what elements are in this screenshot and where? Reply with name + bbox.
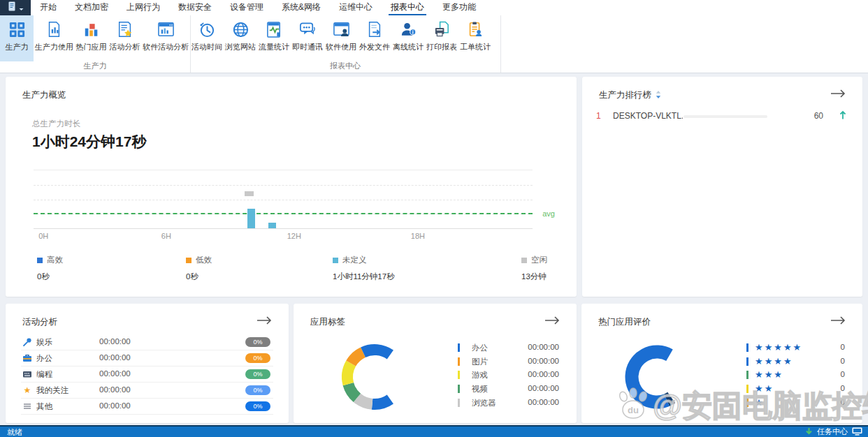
legend-item-undefined[interactable]: 未定义 1小时11分钟17秒 [333,253,395,282]
menu-tabs: 开始 文档加密 上网行为 数据安全 设备管理 系统&网络 运维中心 报表中心 更… [31,0,485,15]
monitor-icon[interactable] [852,427,862,437]
activity-row-office[interactable]: 办公 00:00:00 0% [21,350,273,366]
ribbon-button-activity-analysis[interactable]: 活动分析 [108,15,142,61]
legend-row-video[interactable]: 视频 00:00:00 [294,383,577,397]
ribbon-button-traffic-stats[interactable]: 流量统计 [257,15,291,61]
stars-1: ★ [755,397,765,408]
ribbon-button-productivity-usage[interactable]: 生产力使用 [34,15,75,61]
document-icon [8,1,17,14]
rating-count: 0 [841,384,845,392]
window-wave-icon [264,19,284,40]
legend-label: 低效 [196,255,212,264]
tab-more-features[interactable]: 更多功能 [433,0,485,15]
total-productivity-label: 总生产力时长 [32,119,80,129]
arrow-right-icon[interactable] [544,315,560,327]
task-center-button[interactable]: 任务中心 [817,427,848,437]
activity-label: 我的关注 [36,385,68,396]
app-menu-button[interactable] [0,0,31,15]
tab-doc-encryption[interactable]: 文档加密 [66,0,117,15]
panel-activity-analysis: 活动分析 娱乐 00:00:00 0% 办公 00:00:00 0% 编程 [6,304,289,423]
legend-label: 游戏 [472,370,488,380]
rating-row-2-stars[interactable]: ★★ 0 [581,383,862,397]
panel-title: 生产力概览 [22,89,66,101]
chevron-down-icon [19,1,24,14]
panel-productivity-ranking: 生产力排行榜 1 DESKTOP-VLKTL... 60 [582,77,862,297]
legend-row-browser[interactable]: 浏览器 00:00:00 [294,397,577,411]
ribbon-button-productivity[interactable]: 生产力 [0,15,34,61]
legend-row-office[interactable]: 办公 00:00:00 [294,342,577,356]
legend-row-games[interactable]: 游戏 00:00:00 [294,369,577,383]
legend-swatch [186,258,191,263]
window-user-icon [331,19,351,40]
ribbon-button-print-report[interactable]: 打印报表 [425,15,458,61]
stars-4: ★★★★ [755,356,793,366]
avg-line [34,213,533,214]
chart-bar [247,209,255,228]
rating-row-5-stars[interactable]: ★★★★★ 0 [581,342,862,356]
ribbon-button-offline-stats[interactable]: 离线统计 [391,15,425,61]
legend-label: 视频 [472,384,488,394]
legend-time: 00:00:00 [528,343,559,351]
legend-tick [746,399,748,407]
tab-device-management[interactable]: 设备管理 [221,0,273,15]
arrow-right-icon[interactable] [256,315,272,327]
percent-badge: 0% [245,401,270,411]
tab-ops-center[interactable]: 运维中心 [330,0,382,15]
menu-bar: 开始 文档加密 上网行为 数据安全 设备管理 系统&网络 运维中心 报表中心 更… [0,0,868,15]
legend-label: 浏览器 [472,398,496,408]
gridline [34,200,533,200]
arrow-right-icon[interactable] [830,88,846,101]
ribbon-button-activity-time[interactable]: 活动时间 [190,15,224,61]
activity-row-entertainment[interactable]: 娱乐 00:00:00 0% [21,334,273,350]
legend-tick [746,371,748,379]
rating-row-1-star[interactable]: ★ 0 [581,397,862,411]
rating-count: 0 [841,343,845,351]
star-icon: ★ [22,385,32,395]
tab-report-center[interactable]: 报表中心 [382,0,433,15]
ribbon-button-outgoing-files[interactable]: 外发文件 [358,15,391,61]
sort-icon[interactable] [656,91,661,101]
ribbon-button-software-activity-analysis[interactable]: 软件活动分析 [142,15,190,61]
stars-2: ★★ [755,383,774,394]
ribbon-button-hot-apps[interactable]: 热门应用 [75,15,108,61]
doc-chart-icon [44,19,64,40]
gridline [34,185,533,186]
download-arrow-icon[interactable] [805,427,813,437]
overview-legend: 高效 0秒 低效 0秒 未定义 1小时11分钟17秒 空闲 13分钟 [37,253,547,285]
lines-icon [22,401,32,411]
rating-row-4-stars[interactable]: ★★★★ 0 [581,356,862,370]
activity-time: 00:00:00 [99,369,131,378]
rating-count: 0 [841,398,845,406]
legend-row-pictures[interactable]: 图片 00:00:00 [294,356,577,370]
legend-label: 未定义 [342,255,367,264]
tab-system-network[interactable]: 系统&网络 [273,0,330,15]
arrow-right-icon[interactable] [830,315,846,327]
legend-tick [458,343,460,352]
percent-badge: 0% [245,385,270,395]
ribbon-button-software-usage[interactable]: 软件使用 [324,15,358,61]
tab-internet-behavior[interactable]: 上网行为 [117,0,169,15]
rating-count: 0 [841,370,845,378]
legend-swatch [521,258,527,263]
legend-tick [458,371,460,379]
panel-productivity-overview: 生产力概览 总生产力时长 1小时24分钟17秒 avg 0H6H12H18H 高… [6,77,577,297]
stars-3: ★★★ [755,369,783,380]
ribbon-button-browse-websites[interactable]: 浏览网站 [224,15,257,61]
ribbon-button-instant-messaging[interactable]: 即时通讯 [291,15,324,61]
activity-row-other[interactable]: 其他 00:00:00 0% [21,399,273,415]
legend-item-idle[interactable]: 空闲 13分钟 [521,253,547,282]
rating-row-3-stars[interactable]: ★★★ 0 [581,369,862,383]
ribbon-button-label: 离线统计 [393,42,424,52]
activity-row-my-focus[interactable]: ★ 我的关注 00:00:00 0% [21,383,273,399]
ribbon-button-work-order-stats[interactable]: 工单统计 [458,15,492,61]
ribbon-button-label: 流量统计 [259,42,289,52]
ranking-row[interactable]: 1 DESKTOP-VLKTL... 60 [582,109,862,124]
tab-start[interactable]: 开始 [31,0,66,15]
percent-badge: 0% [245,369,270,379]
legend-time: 00:00:00 [528,384,559,392]
legend-item-inefficient[interactable]: 低效 0秒 [186,253,212,282]
tab-data-security[interactable]: 数据安全 [169,0,221,15]
activity-row-programming[interactable]: 编程 00:00:00 0% [21,366,273,383]
legend-item-efficient[interactable]: 高效 0秒 [37,253,63,282]
clock-icon [197,19,217,40]
